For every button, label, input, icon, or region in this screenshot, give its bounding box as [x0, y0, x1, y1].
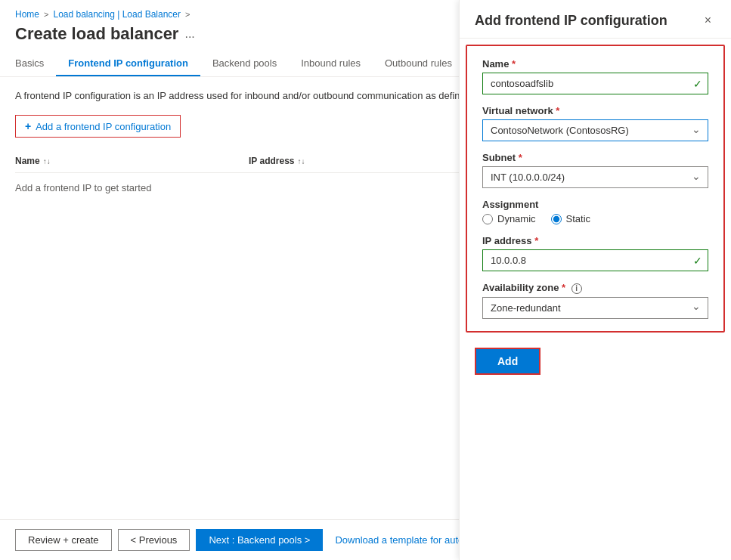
virtual-network-select[interactable]: ContosoNetwork (ContososRG): [482, 119, 708, 141]
add-button-label: Add a frontend IP configuration: [36, 121, 171, 132]
col-header-ip: IP address ↑↓: [249, 156, 482, 166]
breadcrumb-parent[interactable]: Load balancing | Load Balancer: [53, 9, 181, 20]
next-button[interactable]: Next : Backend pools >: [196, 529, 323, 551]
side-panel-footer: Add: [460, 339, 731, 387]
tab-frontend-ip[interactable]: Frontend IP configuration: [56, 51, 200, 76]
radio-static-label[interactable]: Static: [551, 213, 591, 224]
ip-address-label: IP address *: [482, 235, 708, 246]
sort-icon-name[interactable]: ↑↓: [43, 157, 51, 166]
availability-zone-info-icon[interactable]: i: [571, 283, 582, 294]
breadcrumb-home[interactable]: Home: [15, 9, 39, 20]
breadcrumb-sep1: >: [44, 10, 48, 19]
radio-static-text: Static: [566, 213, 591, 224]
name-field: Name * ✓: [482, 77, 708, 94]
main-content: A frontend IP configuration is an IP add…: [0, 77, 731, 519]
assignment-label: Assignment: [482, 199, 708, 210]
tab-backend-pools[interactable]: Backend pools: [200, 51, 289, 76]
assignment-radio-group: Dynamic Static: [482, 213, 708, 224]
availability-zone-select[interactable]: Zone-redundant 1 2 3 No Zone: [482, 297, 708, 319]
page-title-ellipsis[interactable]: ...: [184, 27, 194, 41]
previous-button[interactable]: < Previous: [118, 529, 190, 551]
add-button[interactable]: Add: [475, 348, 541, 375]
ip-address-field: IP address * ✓: [482, 235, 708, 271]
virtual-network-field: Virtual network * ContosoNetwork (Contos…: [482, 105, 708, 141]
page-title: Create load balancer: [15, 24, 178, 44]
breadcrumb-sep2: >: [185, 10, 190, 19]
sort-icon-ip[interactable]: ↑↓: [297, 157, 305, 166]
review-create-button[interactable]: Review + create: [15, 529, 112, 551]
assignment-field: Assignment Dynamic Static: [482, 199, 708, 224]
availability-zone-select-wrapper: Zone-redundant 1 2 3 No Zone: [482, 297, 708, 319]
subnet-label: Subnet *: [482, 152, 708, 163]
subnet-select-wrapper: INT (10.0.0.0/24): [482, 166, 708, 188]
add-icon: +: [25, 120, 31, 132]
virtual-network-select-wrapper: ContosoNetwork (ContososRG): [482, 119, 708, 141]
side-panel-form: Name * ✓ Virtual network *: [466, 77, 725, 333]
virtual-network-label: Virtual network *: [482, 105, 708, 116]
name-check-icon: ✓: [693, 78, 702, 90]
radio-dynamic-label[interactable]: Dynamic: [482, 213, 536, 224]
add-frontend-ip-button[interactable]: + Add a frontend IP configuration: [15, 115, 181, 138]
name-input[interactable]: [482, 77, 708, 94]
tab-basics[interactable]: Basics: [15, 51, 56, 76]
ip-address-input[interactable]: [482, 249, 708, 271]
availability-zone-field: Availability zone * i Zone-redundant 1 2…: [482, 282, 708, 319]
side-panel: Add frontend IP configuration × Name * ✓: [459, 77, 731, 519]
radio-static[interactable]: [551, 214, 562, 224]
radio-dynamic-text: Dynamic: [497, 213, 536, 224]
subnet-field: Subnet * INT (10.0.0.0/24): [482, 152, 708, 188]
col-header-name: Name ↑↓: [15, 156, 249, 166]
ip-check-icon: ✓: [693, 255, 702, 267]
availability-zone-label: Availability zone * i: [482, 282, 708, 294]
radio-dynamic[interactable]: [482, 214, 493, 224]
tab-inbound-rules[interactable]: Inbound rules: [289, 51, 373, 76]
tab-outbound-rules[interactable]: Outbound rules: [373, 51, 464, 76]
ip-address-input-wrapper: ✓: [482, 249, 708, 271]
name-input-wrapper: ✓: [482, 77, 708, 94]
subnet-select[interactable]: INT (10.0.0.0/24): [482, 166, 708, 188]
